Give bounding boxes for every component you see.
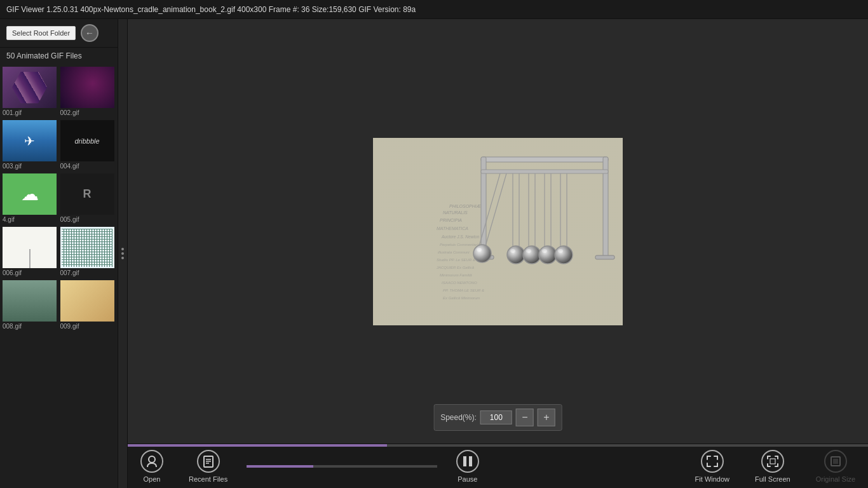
- open-icon: [140, 450, 163, 473]
- svg-text:MATHEMATICA: MATHEMATICA: [437, 226, 468, 231]
- svg-text:Minimorum Familiâ: Minimorum Familiâ: [440, 273, 472, 277]
- fit-window-label: Fit Window: [695, 475, 729, 483]
- sidebar-header: Select Root Folder ←: [0, 19, 118, 48]
- svg-point-36: [510, 249, 515, 253]
- speed-input[interactable]: [480, 410, 512, 424]
- svg-text:Auctore J.S. Newton: Auctore J.S. Newton: [441, 234, 480, 239]
- thumbnail-image: [3, 280, 57, 322]
- svg-rect-21: [595, 255, 614, 259]
- original-size-icon: [824, 450, 847, 473]
- bottom-bar: Open Recent Files: [128, 444, 868, 488]
- thumbnail-label: 007.gif: [60, 268, 116, 278]
- speed-increase-button[interactable]: +: [538, 409, 555, 426]
- newtons-cradle-svg: PHILOSOPHIÆ NATURALIS PRINCIPIA MATHEMAT…: [373, 138, 623, 325]
- full-screen-label: Full Screen: [755, 475, 790, 483]
- svg-text:JACQUIER Ex Gallicâ: JACQUIER Ex Gallicâ: [436, 266, 475, 269]
- bottom-controls: Open Recent Files: [128, 444, 868, 488]
- svg-text:PHILOSOPHIÆ: PHILOSOPHIÆ: [449, 204, 482, 208]
- svg-point-43: [149, 456, 155, 463]
- thumbnail-item[interactable]: 004.gif: [60, 120, 116, 171]
- svg-point-38: [526, 249, 531, 253]
- file-count: 50 Animated GIF Files: [0, 48, 118, 64]
- original-size-label: Original Size: [816, 475, 855, 483]
- thumbnail-image: [3, 120, 57, 161]
- original-size-svg: [830, 456, 841, 467]
- full-screen-button[interactable]: Full Screen: [742, 444, 803, 488]
- top-bar: GIF Viewer 1.25.0.31 400px-Newtons_cradl…: [0, 0, 868, 19]
- thumbnail-label: 002.gif: [60, 108, 116, 118]
- content-area: PHILOSOPHIÆ NATURALIS PRINCIPIA MATHEMAT…: [128, 19, 868, 488]
- select-root-button[interactable]: Select Root Folder: [6, 26, 76, 40]
- recent-files-svg: [201, 454, 215, 468]
- thumbnail-item[interactable]: 007.gif: [60, 227, 116, 278]
- thumbnail-image: [3, 227, 57, 268]
- thumbnail-label: 003.gif: [3, 161, 58, 171]
- thumbnail-item[interactable]: 009.gif: [60, 280, 116, 331]
- thumbnail-item[interactable]: 002.gif: [60, 67, 116, 118]
- thumbnail-item[interactable]: 008.gif: [3, 280, 58, 331]
- svg-text:illustrata Communi: illustrata Communi: [438, 250, 470, 254]
- pause-label: Pause: [458, 475, 477, 483]
- speed-control: Speed(%): − +: [433, 404, 562, 431]
- svg-rect-50: [833, 459, 838, 464]
- svg-text:NATURALIS: NATURALIS: [443, 210, 468, 215]
- thumbnail-image: [3, 67, 57, 108]
- full-screen-svg: [766, 454, 780, 468]
- thumbnail-item[interactable]: 005.gif: [60, 173, 116, 224]
- svg-text:ISAACO NEWTONO: ISAACO NEWTONO: [442, 281, 477, 285]
- speed-label: Speed(%):: [440, 413, 477, 422]
- main-image[interactable]: PHILOSOPHIÆ NATURALIS PRINCIPIA MATHEMAT…: [373, 138, 623, 325]
- fit-window-button[interactable]: Fit Window: [682, 444, 742, 488]
- thumbnail-label: 005.gif: [60, 215, 116, 224]
- thumbnail-item[interactable]: 006.gif: [3, 227, 58, 278]
- sidebar-collapse-handle[interactable]: [118, 19, 128, 488]
- speed-decrease-button[interactable]: −: [516, 409, 534, 426]
- svg-rect-1: [373, 138, 623, 325]
- back-button[interactable]: ←: [81, 24, 98, 42]
- viewer-info: GIF Viewer 1.25.0.31 400px-Newtons_cradl…: [6, 5, 416, 14]
- svg-rect-17: [481, 157, 608, 162]
- thumbnail-list: 001.gif002.gif003.gif004.gif4.gif005.gif…: [0, 64, 118, 488]
- full-screen-icon: [761, 450, 784, 473]
- svg-text:PP. THOMA LE SEUR &: PP. THOMA LE SEUR &: [443, 288, 484, 292]
- thumbnail-image: [60, 280, 114, 322]
- recent-files-label: Recent Files: [189, 475, 227, 483]
- original-size-button[interactable]: Original Size: [803, 444, 868, 488]
- svg-point-40: [542, 249, 547, 253]
- thumbnail-label: 4.gif: [3, 215, 58, 224]
- main-layout: Select Root Folder ← 50 Animated GIF Fil…: [0, 19, 868, 488]
- svg-text:Perpetuis Commentariis: Perpetuis Commentariis: [440, 243, 480, 247]
- svg-point-33: [473, 245, 491, 262]
- progress-bar-area[interactable]: [247, 465, 437, 468]
- open-button[interactable]: Open: [128, 444, 176, 488]
- thumbnail-label: 001.gif: [3, 108, 58, 118]
- recent-files-button[interactable]: Recent Files: [176, 444, 240, 488]
- fit-window-icon: [701, 450, 724, 473]
- thumbnail-image: [3, 173, 57, 215]
- progress-indicator: [247, 465, 313, 468]
- thumbnail-label: 004.gif: [60, 161, 116, 171]
- pause-icon: [456, 450, 479, 473]
- svg-point-34: [477, 248, 482, 252]
- svg-point-39: [539, 246, 557, 264]
- svg-point-41: [555, 246, 573, 264]
- thumbnail-label: 008.gif: [3, 322, 58, 331]
- thumbnail-item[interactable]: 4.gif: [3, 173, 58, 224]
- progress-fill: [128, 444, 387, 447]
- sidebar: Select Root Folder ← 50 Animated GIF Fil…: [0, 19, 118, 488]
- thumbnail-label: 009.gif: [60, 322, 116, 331]
- svg-text:PRINCIPIA: PRINCIPIA: [440, 218, 462, 222]
- recent-files-icon: [197, 450, 220, 473]
- svg-point-37: [523, 246, 541, 264]
- open-svg: [145, 454, 159, 468]
- svg-rect-48: [770, 459, 775, 464]
- thumbnail-item[interactable]: 001.gif: [3, 67, 58, 118]
- svg-text:Ex Gallicâ Minimorum: Ex Gallicâ Minimorum: [443, 296, 480, 300]
- open-label: Open: [144, 475, 161, 483]
- collapse-dots-icon: [121, 248, 124, 259]
- thumbnail-image: [60, 67, 114, 108]
- pause-button[interactable]: Pause: [444, 444, 492, 488]
- thumbnail-item[interactable]: 003.gif: [3, 120, 58, 171]
- thumbnail-image: [60, 227, 114, 268]
- progress-track[interactable]: [128, 444, 868, 447]
